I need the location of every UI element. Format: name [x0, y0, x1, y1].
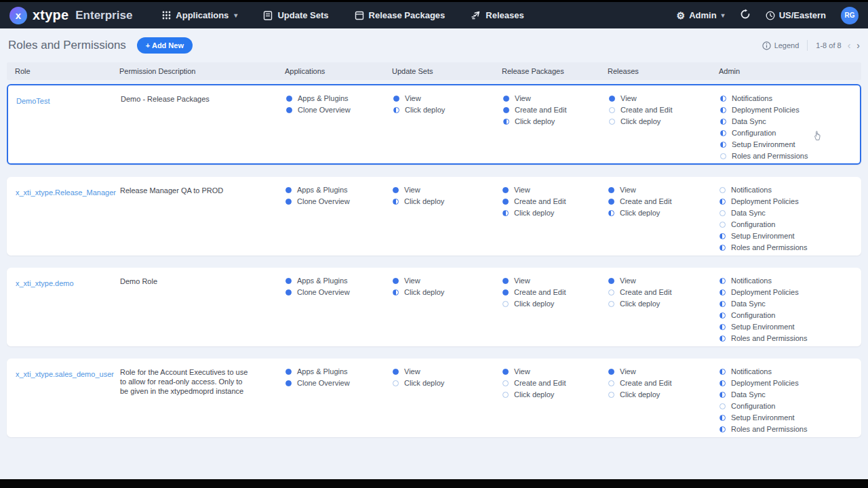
- permission-item: Click deploy: [503, 117, 609, 125]
- pagination-next-icon[interactable]: ›: [856, 41, 860, 50]
- permission-state-full-icon: [503, 107, 509, 113]
- nav-item-release-packages[interactable]: Release Packages: [355, 10, 446, 20]
- permission-state-half-icon: [719, 392, 726, 398]
- permission-item: Create and Edit: [502, 197, 608, 205]
- permission-item: View: [393, 186, 502, 194]
- permission-label: Create and Edit: [515, 106, 566, 114]
- info-icon: [762, 41, 771, 50]
- permission-description: Role for the Account Executives to use t…: [120, 367, 259, 436]
- chevron-down-icon: ▾: [234, 12, 237, 19]
- nav-item-applications[interactable]: Applications ▾: [162, 10, 237, 20]
- permission-item: Apps & Plugins: [285, 186, 393, 194]
- permission-label: View: [514, 277, 530, 285]
- refresh-button[interactable]: [740, 9, 751, 22]
- perm-list-update-sets: ViewClick deploy: [393, 367, 502, 436]
- pagination-prev-icon[interactable]: ‹: [848, 41, 851, 50]
- permission-state-half-icon: [393, 107, 399, 113]
- permission-state-half-icon: [720, 107, 726, 113]
- permission-label: Notifications: [731, 277, 772, 285]
- permission-label: Configuration: [731, 220, 775, 228]
- permission-label: Click deploy: [620, 300, 660, 308]
- permission-item: View: [608, 186, 719, 194]
- permission-state-none-icon: [393, 380, 399, 386]
- permission-description: Demo Role: [120, 277, 259, 346]
- role-link[interactable]: x_xti_xtype.demo: [16, 279, 74, 287]
- permission-label: Roles and Permissions: [731, 334, 808, 342]
- permission-item: View: [502, 277, 608, 285]
- role-link[interactable]: x_xti_xtype.sales_demo_user: [16, 370, 114, 378]
- permission-state-full-icon: [502, 289, 509, 296]
- permission-label: Deployment Policies: [731, 379, 799, 387]
- permission-item: View: [393, 367, 502, 375]
- permission-state-none-icon: [608, 380, 614, 386]
- permission-label: Clone Overview: [297, 379, 350, 387]
- timezone-selector[interactable]: US/Eastern: [766, 10, 826, 20]
- table-row[interactable]: DemoTestDemo - Release PackagesApps & Pl…: [7, 84, 861, 165]
- table-row[interactable]: x_xti_xtype.Release_ManagerRelease Manag…: [7, 177, 861, 256]
- permission-label: Roles and Permissions: [731, 425, 808, 433]
- permission-label: Create and Edit: [620, 197, 671, 205]
- legend-button[interactable]: Legend: [762, 41, 800, 50]
- permission-label: Click deploy: [404, 379, 444, 387]
- permission-label: Apps & Plugins: [298, 94, 349, 102]
- permission-state-full-icon: [286, 96, 292, 102]
- refresh-icon: [740, 9, 751, 20]
- permission-item: Click deploy: [502, 390, 608, 399]
- permission-item: Notifications: [719, 277, 861, 285]
- permission-label: Setup Environment: [732, 140, 795, 148]
- nav-item-label: Update Sets: [277, 10, 328, 20]
- permission-state-full-icon: [285, 380, 292, 386]
- permission-state-full-icon: [609, 96, 615, 102]
- permission-item: View: [503, 94, 609, 102]
- permission-label: Data Sync: [732, 117, 766, 125]
- permission-label: Configuration: [732, 129, 776, 137]
- permission-item: Clone Overview: [286, 106, 393, 114]
- perm-list-admin: NotificationsDeployment PoliciesData Syn…: [719, 186, 861, 255]
- table-row[interactable]: x_xti_xtype.sales_demo_userRole for the …: [7, 359, 861, 437]
- permission-item: Notifications: [720, 94, 860, 102]
- permission-label: Configuration: [731, 402, 775, 410]
- permission-state-full-icon: [502, 278, 509, 284]
- permission-item: Click deploy: [608, 209, 719, 217]
- permission-state-full-icon: [608, 187, 614, 193]
- permission-label: Click deploy: [514, 300, 554, 308]
- permission-state-none-icon: [502, 380, 509, 386]
- admin-menu[interactable]: ⚙ Admin ▾: [677, 10, 725, 21]
- nav-item-label: Releases: [486, 10, 524, 20]
- perm-list-admin: NotificationsDeployment PoliciesData Syn…: [719, 277, 861, 346]
- permission-label: Clone Overview: [298, 106, 351, 114]
- permission-state-half-icon: [719, 289, 726, 296]
- permission-state-none-icon: [719, 403, 726, 409]
- permission-item: Clone Overview: [285, 197, 393, 205]
- table-row[interactable]: x_xti_xtype.demoDemo RoleApps & PluginsC…: [7, 268, 861, 346]
- brand-name: xtype: [33, 7, 68, 23]
- permission-description: Demo - Release Packages: [121, 94, 260, 163]
- permission-label: Deployment Policies: [731, 288, 799, 296]
- roles-table: Role Permission Description Applications…: [7, 62, 861, 449]
- permission-label: Click deploy: [620, 209, 660, 217]
- table-body: DemoTestDemo - Release PackagesApps & Pl…: [7, 84, 861, 437]
- permission-item: Notifications: [719, 186, 861, 194]
- permission-item: Data Sync: [719, 300, 861, 308]
- grid-icon: [162, 11, 171, 20]
- permission-state-none-icon: [720, 153, 726, 159]
- permission-state-full-icon: [285, 199, 292, 205]
- permission-item: Clone Overview: [285, 379, 393, 387]
- permission-state-full-icon: [285, 187, 292, 193]
- user-avatar[interactable]: RG: [841, 7, 859, 24]
- permission-label: Deployment Policies: [731, 197, 799, 205]
- permission-state-none-icon: [719, 210, 726, 216]
- role-link[interactable]: x_xti_xtype.Release_Manager: [16, 188, 116, 197]
- permission-label: View: [514, 367, 530, 375]
- add-new-button[interactable]: + Add New: [137, 37, 193, 54]
- permission-state-none-icon: [609, 119, 615, 125]
- gear-icon: ⚙: [677, 10, 686, 21]
- permission-item: Apps & Plugins: [285, 367, 393, 375]
- column-header-update-sets: Update Sets: [392, 67, 502, 75]
- role-link[interactable]: DemoTest: [16, 97, 50, 105]
- nav-item-update-sets[interactable]: Update Sets: [263, 10, 328, 20]
- nav-item-releases[interactable]: Releases: [471, 10, 524, 20]
- perm-list-release-packages: ViewCreate and EditClick deploy: [502, 367, 608, 436]
- perm-list-applications: Apps & PluginsClone Overview: [285, 367, 393, 436]
- permission-label: Click deploy: [515, 117, 555, 125]
